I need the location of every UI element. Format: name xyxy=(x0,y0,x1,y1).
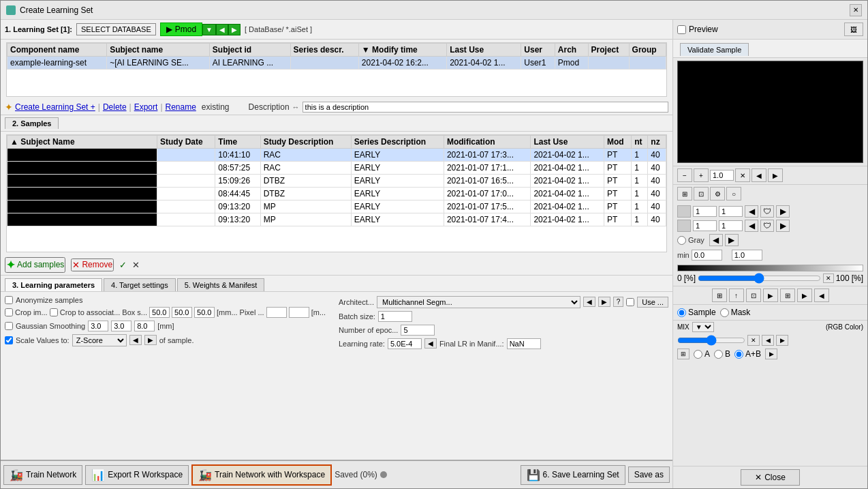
scale-nav-left[interactable]: ◀ xyxy=(129,335,142,345)
crop-im-checkbox[interactable] xyxy=(5,308,13,316)
export-link[interactable]: Export xyxy=(134,102,158,112)
col-series-descr[interactable]: Series descr. xyxy=(290,44,358,57)
scale-checkbox[interactable] xyxy=(5,336,13,344)
gray-nav-left[interactable]: ◀ xyxy=(709,234,723,246)
sh-last-use[interactable]: Last Use xyxy=(531,136,604,149)
description-input[interactable] xyxy=(303,102,668,113)
gauss-z-input[interactable] xyxy=(134,321,155,331)
pmod-nav-right[interactable]: ▶ xyxy=(228,24,241,35)
box-z-input[interactable] xyxy=(194,307,215,318)
batch-input[interactable] xyxy=(378,311,412,322)
color-shield-1[interactable]: 🛡 xyxy=(760,205,774,218)
mix-icon-btn[interactable]: ⊞ xyxy=(677,349,689,359)
tab-target-settings[interactable]: 4. Target settings xyxy=(104,278,176,291)
export-workspace-button[interactable]: 📊 Export R Workspace xyxy=(85,465,189,485)
sh-time[interactable]: Time xyxy=(215,136,260,149)
epochs-input[interactable] xyxy=(401,325,435,336)
description-link-icon[interactable]: ↔ xyxy=(292,103,300,111)
gaussian-checkbox[interactable] xyxy=(5,322,13,330)
col-subject-name[interactable]: Subject name xyxy=(107,44,210,57)
delete-link[interactable]: Delete xyxy=(103,102,127,112)
preview-icon-2[interactable]: ↑ xyxy=(729,288,744,302)
color-shield-2[interactable]: 🛡 xyxy=(760,220,774,232)
preview-icon-1[interactable]: ⊞ xyxy=(712,288,727,302)
cancel-button[interactable]: ✕ xyxy=(132,260,140,270)
rt-zoom-out[interactable]: − xyxy=(677,168,692,182)
gauss-y-input[interactable] xyxy=(111,321,131,331)
confirm-button[interactable]: ✓ xyxy=(119,260,127,270)
preview-icon-3[interactable]: ⊡ xyxy=(746,288,761,302)
sample-row-1[interactable]: 10:41:10 RAC EARLY 2021-01-07 17:3... 20… xyxy=(7,149,666,162)
preview-icon-5[interactable]: ⊞ xyxy=(780,288,795,302)
col-user[interactable]: User xyxy=(521,44,555,57)
arch-dropdown[interactable]: Multichannel Segm... xyxy=(377,296,580,308)
sh-mod[interactable]: Mod xyxy=(604,136,632,149)
arch-nav-right[interactable]: ▶ xyxy=(598,297,610,307)
radio-b-label[interactable]: B xyxy=(714,349,730,359)
radio-b[interactable] xyxy=(714,350,723,359)
color-val-4[interactable] xyxy=(719,220,743,231)
rt-nav-right[interactable]: ▶ xyxy=(768,168,783,182)
samples-scroll-container[interactable]: ▲ Subject Name Study Date Time Study Des… xyxy=(6,134,667,252)
radio-a-label[interactable]: A xyxy=(694,349,710,359)
preview-checkbox[interactable] xyxy=(677,25,686,34)
anonymize-checkbox[interactable] xyxy=(5,296,13,304)
section2-tab[interactable]: 2. Samples xyxy=(5,117,59,129)
sh-series-desc[interactable]: Series Description xyxy=(351,136,444,149)
color-swatch-1[interactable] xyxy=(677,205,691,218)
train-with-workspace-button[interactable]: 🚂 Train Network with Workspace xyxy=(191,464,332,486)
gray-nav-right[interactable]: ▶ xyxy=(725,234,739,246)
pmod-nav-left[interactable]: ◀ xyxy=(216,24,228,35)
max-input[interactable] xyxy=(732,250,762,261)
zoom-input[interactable] xyxy=(710,170,734,181)
final-lr-input[interactable] xyxy=(507,338,541,349)
range-x-btn[interactable]: ✕ xyxy=(823,273,834,283)
table-row[interactable]: example-learning-set ~[AI LEARNING SE...… xyxy=(7,57,666,70)
save-as-button[interactable]: Save as xyxy=(628,466,670,483)
sample-row-2[interactable]: 08:57:25 RAC EARLY 2021-01-07 17:1... 20… xyxy=(7,162,666,175)
color-nav-right-2[interactable]: ▶ xyxy=(776,220,790,232)
pixel-x-input[interactable] xyxy=(266,307,287,318)
preview-icon-6[interactable]: ▶ xyxy=(797,288,812,302)
right-panel-icon-btn[interactable]: 🖼 xyxy=(844,23,863,36)
radio-apb[interactable] xyxy=(734,350,743,359)
col-modify-time[interactable]: ▼ Modify time xyxy=(358,44,446,57)
rt-x-btn[interactable]: ✕ xyxy=(735,168,750,182)
create-learning-set-link[interactable]: Create Learning Set + xyxy=(15,102,95,112)
sh-study-desc[interactable]: Study Description xyxy=(260,136,351,149)
color-val-1[interactable] xyxy=(693,206,717,217)
sample-radio[interactable] xyxy=(677,308,686,317)
color-nav-left-1[interactable]: ◀ xyxy=(745,205,758,218)
rt-icon-3[interactable]: ⚙ xyxy=(710,187,725,201)
tab-learning-parameters[interactable]: 3. Learning parameters xyxy=(5,278,102,291)
select-database-button[interactable]: SELECT DATABASE xyxy=(76,23,156,35)
rt-zoom-in[interactable]: + xyxy=(694,168,709,182)
arch-nav-left[interactable]: ◀ xyxy=(583,297,595,307)
pmod-button[interactable]: ▶ Pmod xyxy=(160,23,202,36)
rename-link[interactable]: Rename xyxy=(166,102,196,112)
sample-radio-label[interactable]: Sample xyxy=(677,308,716,317)
pixel-y-input[interactable] xyxy=(289,307,309,318)
use-checkbox[interactable] xyxy=(626,298,634,306)
learning-set-table-scroll[interactable]: Component name Subject name Subject id S… xyxy=(6,42,667,97)
mix-select[interactable]: ▼ xyxy=(692,322,714,332)
lr-input[interactable] xyxy=(388,338,422,349)
scale-select[interactable]: Z-Score xyxy=(72,334,127,346)
crop-assoc-checkbox[interactable] xyxy=(50,308,58,316)
arch-help-button[interactable]: ? xyxy=(613,297,624,307)
mix-nav-left[interactable]: ◀ xyxy=(762,335,774,346)
rt-icon-4[interactable]: ○ xyxy=(726,187,741,201)
rt-icon-1[interactable]: ⊞ xyxy=(677,187,692,201)
gauss-x-input[interactable] xyxy=(88,321,108,331)
mix-final-btn[interactable]: ▶ xyxy=(765,349,777,359)
lr-nav-left[interactable]: ◀ xyxy=(424,338,437,349)
add-samples-button[interactable]: ✦ Add samples xyxy=(5,257,65,273)
sh-nz[interactable]: nz xyxy=(648,136,666,149)
min-input[interactable] xyxy=(692,250,722,261)
col-component-name[interactable]: Component name xyxy=(7,44,107,57)
range-slider[interactable] xyxy=(698,273,821,284)
remove-button[interactable]: ✕ Remove xyxy=(71,258,114,271)
radio-a[interactable] xyxy=(694,350,702,359)
mask-radio[interactable] xyxy=(720,308,729,317)
sh-modification[interactable]: Modification xyxy=(444,136,531,149)
